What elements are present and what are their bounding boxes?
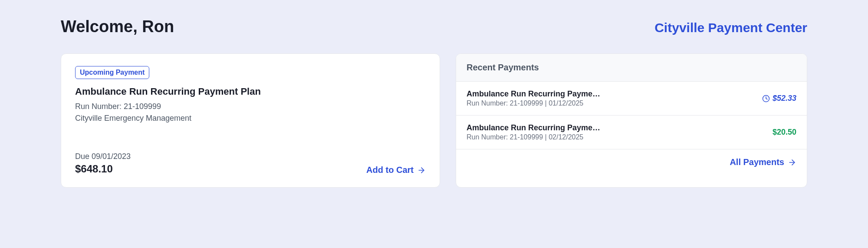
add-to-cart-button[interactable]: Add to Cart	[366, 165, 426, 175]
upcoming-payment-card: Upcoming Payment Ambulance Run Recurring…	[61, 53, 440, 188]
payment-meta: Run Number: 21-109999 | 01/12/2025	[467, 99, 755, 107]
run-number: Run Number: 21-109999	[75, 101, 426, 112]
recent-payments-card: Recent Payments Ambulance Run Recurring …	[456, 53, 807, 188]
arrow-right-icon	[417, 166, 426, 175]
upcoming-amount: $648.10	[75, 163, 131, 175]
payment-amount-value: $52.33	[773, 94, 796, 103]
add-to-cart-label: Add to Cart	[366, 165, 414, 175]
plan-title: Ambulance Run Recurring Payment Plan	[75, 86, 426, 97]
arrow-right-icon	[788, 158, 796, 167]
due-date: Due 09/01/2023	[75, 152, 131, 161]
all-payments-label: All Payments	[730, 157, 784, 167]
upcoming-payment-badge: Upcoming Payment	[75, 66, 149, 79]
payment-row[interactable]: Ambulance Run Recurring Payme… Run Numbe…	[456, 82, 807, 116]
payment-amount-value: $20.50	[773, 128, 796, 137]
org-name: Cityville Emergency Management	[75, 112, 426, 124]
payment-amount-pending: $52.33	[762, 94, 796, 103]
payment-meta: Run Number: 21-109999 | 02/12/2025	[467, 133, 766, 141]
clock-icon	[762, 95, 770, 103]
payment-name: Ambulance Run Recurring Payme…	[467, 123, 618, 132]
payment-amount-paid: $20.50	[773, 128, 796, 137]
all-payments-button[interactable]: All Payments	[730, 157, 796, 167]
recent-payments-title: Recent Payments	[467, 63, 796, 73]
welcome-title: Welcome, Ron	[61, 17, 174, 36]
payment-name: Ambulance Run Recurring Payme…	[467, 89, 618, 99]
payment-row[interactable]: Ambulance Run Recurring Payme… Run Numbe…	[456, 116, 807, 149]
payment-center-title: Cityville Payment Center	[654, 20, 807, 35]
